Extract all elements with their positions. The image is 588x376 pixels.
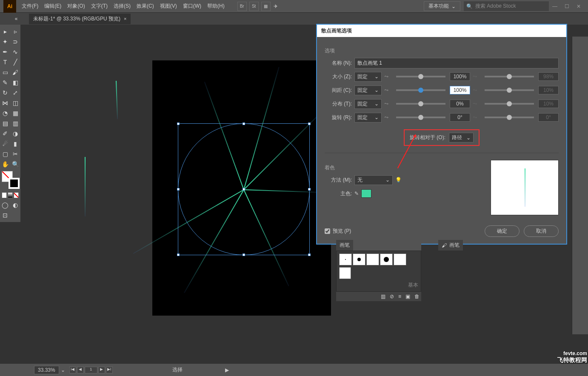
brush-preset-4[interactable] <box>380 254 393 265</box>
handle-mr[interactable] <box>308 188 311 191</box>
rotation-mode-dropdown[interactable]: 固定⌄ <box>354 113 382 122</box>
handle-bm[interactable] <box>243 254 245 256</box>
scatter-slider[interactable] <box>396 103 445 105</box>
rocket-icon[interactable]: ✈ <box>274 3 278 9</box>
lasso-tool[interactable]: ⊃ <box>11 37 20 46</box>
handle-bl[interactable] <box>177 254 180 256</box>
home-tab[interactable]: « <box>3 16 29 22</box>
hand-tool[interactable]: ✋ <box>0 160 10 169</box>
size-value[interactable]: 100% <box>450 72 470 81</box>
new-brush-icon[interactable]: ▣ <box>405 293 410 299</box>
menu-help[interactable]: 帮助(H) <box>204 3 228 10</box>
spacing-value[interactable]: 100% <box>450 86 470 94</box>
draw-behind[interactable]: ◐ <box>11 200 20 210</box>
rotate-relative-dropdown[interactable]: 路径⌄ <box>449 133 474 142</box>
none-mode[interactable] <box>14 192 19 198</box>
brushes-collapsed-panel[interactable]: 🖌 画笔 <box>438 240 463 251</box>
menu-select[interactable]: 选择(S) <box>111 3 134 10</box>
zoom-level[interactable]: 33.33% <box>34 366 59 374</box>
method-dropdown[interactable]: 无⌄ <box>354 175 393 185</box>
size-slider[interactable] <box>396 76 445 77</box>
tab-close-icon[interactable]: × <box>124 16 126 21</box>
symbol-sprayer-tool[interactable]: ☄ <box>0 139 10 148</box>
options-icon[interactable]: ≡ <box>398 293 401 299</box>
width-tool[interactable]: ⋈ <box>0 98 10 108</box>
cancel-button[interactable]: 取消 <box>524 225 559 237</box>
free-transform-tool[interactable]: ◫ <box>11 98 20 108</box>
scale-tool[interactable]: ⤢ <box>11 88 20 97</box>
mesh-tool[interactable]: ▤ <box>0 119 10 128</box>
gradient-mode[interactable] <box>8 192 13 198</box>
prev-artboard-button[interactable]: ◀ <box>77 367 84 373</box>
library-icon[interactable]: ▥ <box>381 293 385 299</box>
zoom-tool[interactable]: 🔍 <box>11 160 20 169</box>
eyedropper-icon[interactable]: ✎ <box>354 191 359 197</box>
scatter-value[interactable]: 0% <box>450 100 470 108</box>
menu-object[interactable]: 对象(O) <box>64 3 88 10</box>
handle-tm[interactable] <box>243 122 245 125</box>
rotation-slider[interactable] <box>396 117 445 118</box>
rotate-tool[interactable]: ↻ <box>0 88 10 97</box>
name-input[interactable]: 散点画笔 1 <box>354 58 559 68</box>
slice-tool[interactable]: ✂ <box>11 149 20 159</box>
shaper-tool[interactable]: ✎ <box>0 78 10 87</box>
direct-selection-tool[interactable]: ▹ <box>11 27 20 36</box>
stroke-swatch[interactable] <box>9 178 20 189</box>
last-artboard-button[interactable]: ▶I <box>106 367 113 373</box>
draw-normal[interactable]: ◯ <box>0 200 10 210</box>
type-tool[interactable]: T <box>0 57 10 67</box>
rectangle-tool[interactable]: ▭ <box>0 68 10 77</box>
line-tool[interactable]: ╱ <box>11 57 20 67</box>
artboard-number[interactable]: 1 <box>85 367 97 373</box>
menu-text[interactable]: 文字(T) <box>88 3 111 10</box>
first-artboard-button[interactable]: I◀ <box>69 367 76 373</box>
arrange-documents-icon[interactable]: ▦ <box>261 2 271 11</box>
remove-stroke-icon[interactable]: ⊘ <box>390 293 394 299</box>
ok-button[interactable]: 确定 <box>485 225 519 237</box>
minimize-button[interactable]: — <box>549 3 561 9</box>
spacing-mode-dropdown[interactable]: 固定⌄ <box>354 85 382 95</box>
maximize-button[interactable]: ☐ <box>561 3 573 9</box>
shape-builder-tool[interactable]: ◔ <box>0 108 10 118</box>
spacing-slider[interactable] <box>396 89 445 91</box>
lamp-icon[interactable]: 💡 <box>395 177 402 183</box>
paintbrush-tool[interactable]: 🖌 <box>11 68 20 77</box>
menu-file[interactable]: 文件(F) <box>19 3 41 10</box>
keycolor-swatch[interactable] <box>361 189 371 198</box>
bridge-button[interactable]: Br <box>237 2 247 11</box>
selection-bounding-box[interactable] <box>178 123 310 255</box>
menu-edit[interactable]: 编辑(E) <box>41 3 64 10</box>
graph-tool[interactable]: ▮ <box>11 139 20 148</box>
preview-checkbox[interactable] <box>325 228 330 234</box>
brush-preset-1[interactable] <box>339 254 352 265</box>
screen-mode[interactable]: ⊡ <box>0 211 10 220</box>
delete-icon[interactable]: 🗑 <box>414 293 420 299</box>
size-mode-dropdown[interactable]: 固定⌄ <box>354 72 382 82</box>
scroll-arrow[interactable]: ▶ <box>225 367 229 373</box>
menu-effect[interactable]: 效果(C) <box>134 3 157 10</box>
gradient-tool[interactable]: ▥ <box>11 119 20 128</box>
handle-ml[interactable] <box>177 188 180 191</box>
chevron-down-icon[interactable]: ⌄ <box>61 367 65 373</box>
menu-window[interactable]: 窗口(W) <box>180 3 204 10</box>
handle-center[interactable] <box>243 188 245 191</box>
workspace-selector[interactable]: 基本功能 ⌄ <box>424 1 460 11</box>
brush-preset-3[interactable] <box>366 254 379 265</box>
pen-tool[interactable]: ✒ <box>0 47 10 57</box>
menu-view[interactable]: 视图(V) <box>157 3 180 10</box>
brushes-tab[interactable]: 画笔 <box>336 240 353 251</box>
right-dock[interactable] <box>572 37 588 334</box>
brush-preset-5[interactable] <box>394 254 406 265</box>
brush-preset-selected[interactable] <box>339 267 351 279</box>
perspective-tool[interactable]: ▦ <box>11 108 20 118</box>
fill-stroke-swatches[interactable] <box>0 169 20 200</box>
document-tab[interactable]: 未标题-1* @ 33.33% (RGB/GPU 预览) × <box>29 14 131 24</box>
artboard-tool[interactable]: ▢ <box>0 149 10 159</box>
curvature-tool[interactable]: ∿ <box>11 47 20 57</box>
handle-tr[interactable] <box>308 122 311 125</box>
selection-tool[interactable]: ▸ <box>0 27 10 36</box>
brush-preset-2[interactable] <box>353 254 365 265</box>
rotation-value[interactable]: 0° <box>450 113 470 122</box>
search-input[interactable]: 🔍 搜索 Adobe Stock <box>464 1 549 11</box>
stock-button[interactable]: St <box>249 2 259 11</box>
